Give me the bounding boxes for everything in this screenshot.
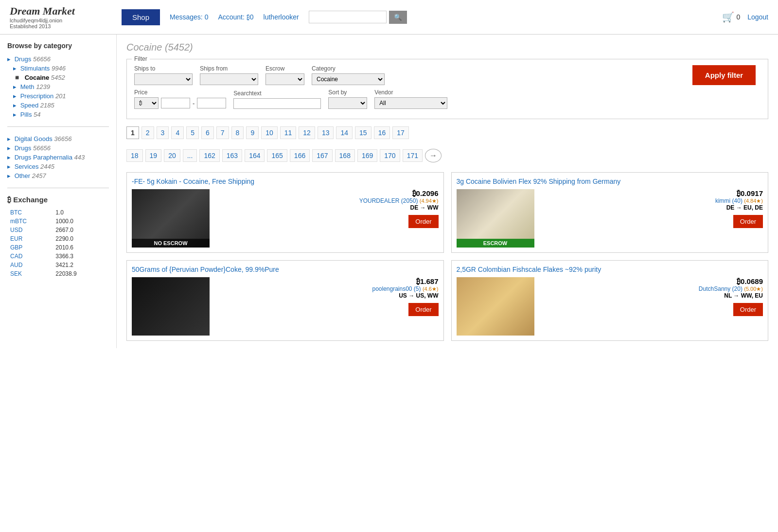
sidebar-item-cocaine[interactable]: ◾ Cocaine 5452 bbox=[7, 73, 109, 82]
sidebar-link-prescription[interactable]: Prescription 201 bbox=[20, 92, 66, 100]
escrow-select[interactable] bbox=[265, 73, 304, 85]
search-input[interactable] bbox=[309, 11, 387, 23]
shop-button[interactable]: Shop bbox=[122, 9, 160, 25]
page-link-14[interactable]: 14 bbox=[336, 126, 353, 139]
sidebar-item-digital[interactable]: ▸ Digital Goods 36656 bbox=[7, 134, 109, 143]
sidebar-link-meth[interactable]: Meth 1239 bbox=[20, 83, 50, 90]
page-link-12[interactable]: 12 bbox=[299, 126, 315, 139]
page-link-17[interactable]: 17 bbox=[392, 126, 409, 139]
product-vendor-1: YOURDEALER (2050) (4.94★) bbox=[214, 197, 439, 204]
page-link-171[interactable]: 171 bbox=[403, 149, 423, 162]
sidebar-link-cocaine[interactable]: Cocaine 5452 bbox=[25, 74, 65, 81]
page-link-1[interactable]: 1 bbox=[126, 126, 139, 139]
sort-by-select[interactable] bbox=[328, 97, 367, 109]
sidebar-item-meth[interactable]: ▸ Meth 1239 bbox=[7, 82, 109, 91]
sidebar-link-speed[interactable]: Speed 2185 bbox=[20, 102, 54, 109]
price-min-input[interactable] bbox=[161, 98, 190, 108]
browse-title: Browse by category bbox=[7, 42, 109, 50]
page-link-13[interactable]: 13 bbox=[318, 126, 334, 139]
product-link-1[interactable]: -FE- 5g Kokain - Cocaine, Free Shipping bbox=[132, 177, 254, 185]
page-link-7[interactable]: 7 bbox=[216, 126, 229, 139]
sidebar-link-other[interactable]: Other 2457 bbox=[15, 172, 46, 179]
page-link-5[interactable]: 5 bbox=[186, 126, 199, 139]
order-button-4[interactable]: Order bbox=[733, 303, 763, 316]
sidebar-link-digital[interactable]: Digital Goods 36656 bbox=[15, 135, 72, 142]
sidebar-item-stimulants[interactable]: ▸ Stimulants 9946 bbox=[7, 64, 109, 73]
page-link-9[interactable]: 9 bbox=[246, 126, 259, 139]
order-button-3[interactable]: Order bbox=[408, 303, 438, 316]
sidebar-link-paraphernalia[interactable]: Drugs Paraphernalia 443 bbox=[15, 154, 85, 161]
page-link-163[interactable]: 163 bbox=[222, 149, 242, 162]
price-row: ₿ - bbox=[134, 97, 226, 109]
sidebar-link-stimulants[interactable]: Stimulants 9946 bbox=[20, 65, 66, 72]
sidebar-link-drugs2[interactable]: Drugs 56656 bbox=[15, 144, 51, 152]
currency-usd: USD bbox=[8, 226, 53, 234]
page-link-16[interactable]: 16 bbox=[374, 126, 390, 139]
page-link-20[interactable]: 20 bbox=[164, 149, 180, 162]
page-next-button[interactable]: → bbox=[425, 149, 442, 162]
page-link-165[interactable]: 165 bbox=[267, 149, 287, 162]
page-link-164[interactable]: 164 bbox=[245, 149, 265, 162]
messages-link[interactable]: Messages: 0 bbox=[170, 13, 208, 21]
sidebar-item-paraphernalia[interactable]: ▸ Drugs Paraphernalia 443 bbox=[7, 153, 109, 162]
sidebar-link-services[interactable]: Services 2445 bbox=[15, 163, 54, 170]
product-link-4[interactable]: 2,5GR Colombian Fishscale Flakes ~92% pu… bbox=[457, 266, 601, 273]
product-title-1[interactable]: -FE- 5g Kokain - Cocaine, Free Shipping bbox=[132, 177, 439, 185]
vendor-link-4[interactable]: DutchSanny (20) bbox=[699, 285, 743, 292]
page-link-18[interactable]: 18 bbox=[126, 149, 143, 162]
order-button-2[interactable]: Order bbox=[733, 215, 763, 228]
apply-filter-button[interactable]: Apply filter bbox=[692, 65, 756, 85]
price-currency-select[interactable]: ₿ bbox=[134, 97, 159, 109]
page-link-11[interactable]: 11 bbox=[280, 126, 297, 139]
searchtext-input[interactable] bbox=[233, 98, 321, 109]
logout-link[interactable]: Logout bbox=[747, 13, 768, 21]
sidebar-item-drugs2[interactable]: ▸ Drugs 56656 bbox=[7, 143, 109, 153]
account-link[interactable]: Account: ₿0 bbox=[218, 13, 253, 21]
category-select[interactable]: Cocaine bbox=[312, 73, 385, 85]
order-button-1[interactable]: Order bbox=[408, 215, 438, 228]
page-link-19[interactable]: 19 bbox=[145, 149, 162, 162]
sidebar-item-prescription[interactable]: ▸ Prescription 201 bbox=[7, 91, 109, 101]
sidebar-item-pills[interactable]: ▸ Pills 54 bbox=[7, 110, 109, 119]
page-link-162[interactable]: 162 bbox=[199, 149, 219, 162]
page-link-3[interactable]: 3 bbox=[157, 126, 169, 139]
filter-row-2: Price ₿ - Searchtext bbox=[134, 89, 692, 109]
sidebar-item-other[interactable]: ▸ Other 2457 bbox=[7, 171, 109, 180]
ships-to-select[interactable] bbox=[134, 73, 193, 85]
exchange-row-usd: USD 2667.0 bbox=[8, 226, 108, 234]
page-link-8[interactable]: 8 bbox=[231, 126, 244, 139]
product-title-3[interactable]: 50Grams of {Peruvian Powder}Coke, 99.9%P… bbox=[132, 266, 439, 273]
product-body-4: ₿0.0689 DutchSanny (20) (5.00★) NL → WW,… bbox=[457, 277, 763, 336]
product-rating-1: (4.94★) bbox=[420, 198, 439, 204]
product-link-3[interactable]: 50Grams of {Peruvian Powder}Coke, 99.9%P… bbox=[132, 266, 279, 273]
sidebar-item-services[interactable]: ▸ Services 2445 bbox=[7, 162, 109, 171]
vendor-link-2[interactable]: kimmi (40) bbox=[715, 197, 743, 204]
ships-from-select[interactable] bbox=[200, 73, 258, 85]
search-button[interactable]: 🔍 bbox=[389, 11, 407, 24]
product-title-2[interactable]: 3g Cocaine Bolivien Flex 92% Shipping fr… bbox=[457, 177, 763, 185]
product-title-4[interactable]: 2,5GR Colombian Fishscale Flakes ~92% pu… bbox=[457, 266, 763, 273]
product-link-2[interactable]: 3g Cocaine Bolivien Flex 92% Shipping fr… bbox=[457, 177, 621, 185]
page-link-168[interactable]: 168 bbox=[335, 149, 355, 162]
sidebar-link-pills[interactable]: Pills 54 bbox=[20, 111, 41, 118]
page-link-170[interactable]: 170 bbox=[380, 149, 400, 162]
exchange-table: BTC 1.0 mBTC 1000.0 USD 2667.0 EUR 2290.… bbox=[7, 208, 109, 279]
page-link-169[interactable]: 169 bbox=[357, 149, 377, 162]
page-link-10[interactable]: 10 bbox=[261, 126, 278, 139]
sidebar-item-speed[interactable]: ▸ Speed 2185 bbox=[7, 101, 109, 110]
vendor-select[interactable]: All bbox=[374, 97, 447, 109]
vendor-link-1[interactable]: YOURDEALER (2050) bbox=[359, 197, 418, 204]
sidebar-item-drugs[interactable]: ▸ Drugs 56656 bbox=[7, 54, 109, 64]
username-link[interactable]: lutherlooker bbox=[264, 13, 299, 21]
page-link-15[interactable]: 15 bbox=[355, 126, 371, 139]
page-link-2[interactable]: 2 bbox=[141, 126, 154, 139]
page-link-167[interactable]: 167 bbox=[312, 149, 332, 162]
main: Browse by category ▸ Drugs 56656 ▸ Stimu… bbox=[0, 35, 778, 348]
currency-cad: CAD bbox=[8, 252, 53, 260]
vendor-link-3[interactable]: poolengrains00 (5) bbox=[372, 285, 421, 292]
sidebar-link-drugs[interactable]: Drugs 56656 bbox=[15, 55, 51, 63]
page-link-6[interactable]: 6 bbox=[201, 126, 214, 139]
page-link-4[interactable]: 4 bbox=[171, 126, 184, 139]
price-max-input[interactable] bbox=[197, 98, 226, 108]
page-link-166[interactable]: 166 bbox=[290, 149, 310, 162]
